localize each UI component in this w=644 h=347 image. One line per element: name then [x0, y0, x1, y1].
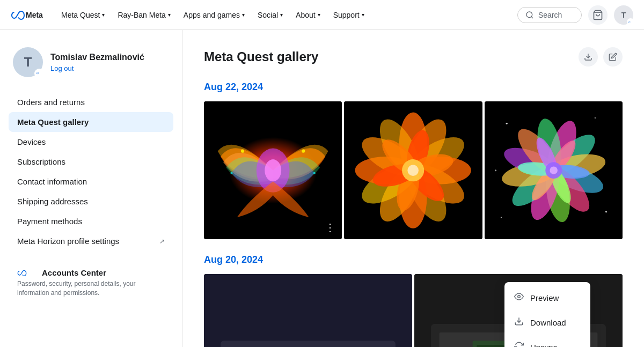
page-title: Meta Quest gallery [204, 49, 318, 64]
meta-logo[interactable]: Meta [11, 9, 43, 21]
accounts-center[interactable]: Accounts Center Password, security, pers… [9, 262, 173, 304]
edit-button[interactable] [603, 47, 623, 67]
chevron-down-icon: ▾ [280, 12, 283, 18]
meta-badge [627, 18, 634, 26]
svg-point-9 [302, 150, 305, 153]
sidebar-user: T Tomislav Bezmalinović Log out [9, 43, 173, 86]
more-options-btn-1[interactable]: ⋮ [325, 221, 336, 234]
vr-image-1: VR Scene [204, 274, 412, 347]
cart-icon[interactable] [588, 5, 608, 25]
gallery-item-3[interactable] [485, 101, 623, 239]
download-all-button[interactable] [579, 47, 598, 67]
chevron-down-icon: ▾ [102, 12, 105, 18]
user-avatar-nav[interactable]: T [614, 5, 633, 25]
svg-point-1 [526, 12, 532, 18]
user-info: Tomislav Bezmalinović Log out [50, 52, 144, 72]
date-label-1: Aug 22, 2024 [204, 82, 623, 93]
nav-item-about[interactable]: About ▾ [290, 8, 326, 23]
svg-point-58 [550, 166, 557, 174]
top-navigation: Meta Meta Quest ▾ Ray-Ban Meta ▾ Apps an… [0, 0, 644, 30]
chevron-down-icon: ▾ [318, 12, 320, 18]
svg-point-32 [408, 165, 419, 176]
eye-icon [514, 292, 524, 304]
svg-point-8 [241, 150, 244, 153]
sidebar-navigation: Orders and returns Meta Quest gallery De… [9, 92, 173, 251]
sidebar-item-orders[interactable]: Orders and returns [9, 92, 173, 112]
svg-point-53 [595, 117, 596, 119]
gallery-item-4[interactable]: VR Scene [204, 274, 412, 347]
context-menu: Preview Download Unsync [504, 282, 590, 347]
chevron-down-icon: ▾ [242, 12, 245, 18]
sidebar-item-devices[interactable]: Devices [9, 132, 173, 152]
edit-icon [609, 53, 617, 61]
context-menu-preview[interactable]: Preview [504, 285, 590, 310]
sidebar-item-horizon[interactable]: Meta Horizon profile settings ↗ [9, 231, 173, 251]
nav-item-rayban[interactable]: Ray-Ban Meta ▾ [112, 8, 175, 23]
page-header: Meta Quest gallery [204, 47, 623, 67]
fractal-image-3 [485, 101, 623, 239]
accounts-center-title: Accounts Center [42, 268, 106, 277]
external-link-icon: ↗ [159, 238, 165, 245]
date-label-2: Aug 20, 2024 [204, 254, 623, 265]
svg-rect-60 [221, 341, 396, 347]
user-name: Tomislav Bezmalinović [50, 52, 144, 63]
logout-link[interactable]: Log out [50, 64, 144, 72]
svg-text:Meta: Meta [26, 11, 43, 19]
chevron-down-icon: ▾ [168, 12, 171, 18]
nav-item-apps-games[interactable]: Apps and games ▾ [178, 8, 250, 23]
sidebar-item-subscriptions[interactable]: Subscriptions [9, 152, 173, 172]
svg-point-10 [230, 172, 232, 174]
svg-point-74 [518, 296, 521, 298]
svg-rect-59 [204, 274, 412, 347]
sidebar: T Tomislav Bezmalinović Log out Orders a… [0, 30, 182, 347]
search-label: Search [538, 11, 562, 19]
chevron-down-icon: ▾ [362, 12, 364, 18]
nav-item-support[interactable]: Support ▾ [328, 8, 370, 23]
svg-point-54 [605, 211, 607, 212]
svg-point-11 [313, 172, 316, 174]
download-icon [514, 316, 524, 328]
sidebar-item-contact[interactable]: Contact information [9, 172, 173, 191]
context-menu-unsync[interactable]: Unsync [504, 335, 590, 347]
gallery-item-1[interactable]: ⋮ [204, 101, 342, 239]
header-actions [579, 47, 623, 67]
accounts-center-logo: Accounts Center [17, 268, 165, 277]
accounts-center-description: Password, security, personal details, yo… [17, 279, 165, 298]
sidebar-item-payment[interactable]: Payment methods [9, 211, 173, 231]
svg-point-52 [506, 123, 507, 124]
sidebar-item-shipping[interactable]: Shipping addresses [9, 191, 173, 211]
sidebar-item-gallery[interactable]: Meta Quest gallery [9, 112, 173, 132]
meta-badge [34, 69, 44, 78]
page-layout: T Tomislav Bezmalinović Log out Orders a… [0, 30, 644, 347]
avatar: T [13, 47, 43, 77]
gallery-grid-1: ⋮ [204, 101, 623, 239]
svg-point-56 [495, 169, 496, 171]
context-menu-download[interactable]: Download [504, 310, 590, 335]
fractal-image-2 [344, 101, 482, 239]
nav-items: Meta Quest ▾ Ray-Ban Meta ▾ Apps and gam… [56, 8, 517, 23]
download-icon [584, 53, 592, 61]
search-box[interactable]: Search [517, 7, 582, 23]
nav-item-meta-quest[interactable]: Meta Quest ▾ [56, 8, 110, 23]
gallery-item-2[interactable] [344, 101, 482, 239]
svg-point-55 [501, 217, 502, 218]
nav-right: Search T [517, 5, 633, 25]
svg-point-7 [265, 159, 281, 181]
main-content: Meta Quest gallery Aug 22, 2024 [182, 30, 644, 347]
unsync-icon [514, 341, 524, 347]
nav-item-social[interactable]: Social ▾ [252, 8, 288, 23]
fractal-image-1 [204, 101, 342, 239]
search-icon [525, 11, 534, 19]
